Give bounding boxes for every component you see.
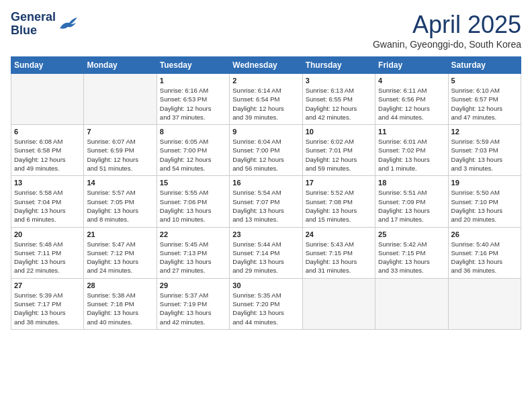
day-number: 25 (378, 230, 445, 238)
day-number: 4 (378, 77, 445, 85)
calendar-cell: 19Sunrise: 5:50 AM Sunset: 7:10 PM Dayli… (448, 176, 521, 227)
day-detail: Sunrise: 5:54 AM Sunset: 7:07 PM Dayligh… (232, 188, 299, 224)
day-number: 21 (87, 230, 153, 238)
calendar-cell: 21Sunrise: 5:47 AM Sunset: 7:12 PM Dayli… (84, 227, 157, 278)
calendar-cell: 13Sunrise: 5:58 AM Sunset: 7:04 PM Dayli… (11, 176, 84, 227)
logo-text: General Blue (11, 11, 56, 38)
day-detail: Sunrise: 6:13 AM Sunset: 6:55 PM Dayligh… (306, 86, 372, 122)
logo-line2: Blue (11, 24, 37, 37)
calendar-cell (448, 278, 521, 329)
weekday-header-sunday: Sunday (11, 57, 84, 74)
calendar-cell: 27Sunrise: 5:39 AM Sunset: 7:17 PM Dayli… (11, 278, 84, 329)
calendar-cell: 28Sunrise: 5:38 AM Sunset: 7:18 PM Dayli… (84, 278, 157, 329)
day-number: 22 (160, 230, 226, 238)
day-detail: Sunrise: 5:38 AM Sunset: 7:18 PM Dayligh… (87, 291, 153, 326)
day-detail: Sunrise: 6:16 AM Sunset: 6:53 PM Dayligh… (160, 86, 226, 122)
day-detail: Sunrise: 5:45 AM Sunset: 7:13 PM Dayligh… (160, 240, 226, 275)
calendar-cell: 29Sunrise: 5:37 AM Sunset: 7:19 PM Dayli… (157, 278, 229, 329)
calendar-cell: 10Sunrise: 6:02 AM Sunset: 7:01 PM Dayli… (302, 125, 375, 176)
day-detail: Sunrise: 5:51 AM Sunset: 7:09 PM Dayligh… (378, 188, 445, 224)
day-number: 18 (378, 179, 445, 187)
day-detail: Sunrise: 5:42 AM Sunset: 7:15 PM Dayligh… (378, 240, 445, 275)
calendar-cell: 24Sunrise: 5:43 AM Sunset: 7:15 PM Dayli… (302, 227, 375, 278)
weekday-row: SundayMondayTuesdayWednesdayThursdayFrid… (11, 57, 521, 74)
calendar-cell: 9Sunrise: 6:04 AM Sunset: 7:00 PM Daylig… (230, 125, 302, 176)
logo: General Blue (11, 11, 77, 38)
day-number: 11 (378, 128, 445, 136)
day-detail: Sunrise: 5:47 AM Sunset: 7:12 PM Dayligh… (87, 240, 153, 275)
calendar-cell: 8Sunrise: 6:05 AM Sunset: 7:00 PM Daylig… (157, 125, 229, 176)
weekday-header-wednesday: Wednesday (230, 57, 302, 74)
weekday-header-friday: Friday (375, 57, 448, 74)
day-detail: Sunrise: 5:40 AM Sunset: 7:16 PM Dayligh… (451, 240, 518, 275)
title-block: April 2025 Gwanin, Gyeonggi-do, South Ko… (373, 11, 521, 50)
page-header: General Blue April 2025 Gwanin, Gyeonggi… (11, 11, 521, 50)
day-number: 19 (451, 179, 518, 187)
day-detail: Sunrise: 5:58 AM Sunset: 7:04 PM Dayligh… (14, 188, 81, 224)
calendar-cell: 3Sunrise: 6:13 AM Sunset: 6:55 PM Daylig… (302, 74, 375, 125)
day-number: 8 (160, 128, 226, 136)
day-detail: Sunrise: 6:05 AM Sunset: 7:00 PM Dayligh… (160, 137, 226, 173)
weekday-header-saturday: Saturday (448, 57, 521, 74)
day-number: 14 (87, 179, 153, 187)
day-detail: Sunrise: 6:07 AM Sunset: 6:59 PM Dayligh… (87, 137, 153, 173)
week-row-4: 20Sunrise: 5:48 AM Sunset: 7:11 PM Dayli… (11, 227, 521, 278)
calendar-cell: 6Sunrise: 6:08 AM Sunset: 6:58 PM Daylig… (11, 125, 84, 176)
day-number: 26 (451, 230, 518, 238)
day-number: 24 (306, 230, 372, 238)
calendar-cell: 7Sunrise: 6:07 AM Sunset: 6:59 PM Daylig… (84, 125, 157, 176)
day-detail: Sunrise: 5:50 AM Sunset: 7:10 PM Dayligh… (451, 188, 518, 224)
calendar-cell (302, 278, 375, 329)
logo-line1: General (11, 10, 56, 24)
week-row-2: 6Sunrise: 6:08 AM Sunset: 6:58 PM Daylig… (11, 125, 521, 176)
day-number: 3 (306, 77, 372, 85)
day-detail: Sunrise: 6:14 AM Sunset: 6:54 PM Dayligh… (232, 86, 299, 122)
day-detail: Sunrise: 6:02 AM Sunset: 7:01 PM Dayligh… (306, 137, 372, 173)
calendar-cell: 12Sunrise: 5:59 AM Sunset: 7:03 PM Dayli… (448, 125, 521, 176)
day-number: 27 (14, 281, 81, 289)
day-detail: Sunrise: 6:04 AM Sunset: 7:00 PM Dayligh… (232, 137, 299, 173)
calendar-cell: 17Sunrise: 5:52 AM Sunset: 7:08 PM Dayli… (302, 176, 375, 227)
calendar-cell: 30Sunrise: 5:35 AM Sunset: 7:20 PM Dayli… (230, 278, 302, 329)
logo-bird-icon (58, 16, 77, 32)
day-detail: Sunrise: 6:10 AM Sunset: 6:57 PM Dayligh… (451, 86, 518, 122)
day-number: 16 (232, 179, 299, 187)
calendar-cell (375, 278, 448, 329)
day-detail: Sunrise: 5:48 AM Sunset: 7:11 PM Dayligh… (14, 240, 81, 275)
calendar-header: SundayMondayTuesdayWednesdayThursdayFrid… (11, 57, 521, 74)
day-number: 23 (232, 230, 299, 238)
day-detail: Sunrise: 5:44 AM Sunset: 7:14 PM Dayligh… (232, 240, 299, 275)
day-number: 28 (87, 281, 153, 289)
day-detail: Sunrise: 5:43 AM Sunset: 7:15 PM Dayligh… (306, 240, 372, 275)
day-detail: Sunrise: 5:57 AM Sunset: 7:05 PM Dayligh… (87, 188, 153, 224)
day-detail: Sunrise: 5:35 AM Sunset: 7:20 PM Dayligh… (232, 291, 299, 326)
calendar-cell: 2Sunrise: 6:14 AM Sunset: 6:54 PM Daylig… (230, 74, 302, 125)
week-row-5: 27Sunrise: 5:39 AM Sunset: 7:17 PM Dayli… (11, 278, 521, 329)
calendar-cell: 1Sunrise: 6:16 AM Sunset: 6:53 PM Daylig… (157, 74, 229, 125)
month-title: April 2025 (373, 11, 521, 39)
calendar-cell (11, 74, 84, 125)
day-number: 29 (160, 281, 226, 289)
week-row-3: 13Sunrise: 5:58 AM Sunset: 7:04 PM Dayli… (11, 176, 521, 227)
day-number: 10 (306, 128, 372, 136)
day-number: 13 (14, 179, 81, 187)
calendar-cell: 26Sunrise: 5:40 AM Sunset: 7:16 PM Dayli… (448, 227, 521, 278)
day-detail: Sunrise: 5:52 AM Sunset: 7:08 PM Dayligh… (306, 188, 372, 224)
calendar-cell: 4Sunrise: 6:11 AM Sunset: 6:56 PM Daylig… (375, 74, 448, 125)
calendar-cell: 23Sunrise: 5:44 AM Sunset: 7:14 PM Dayli… (230, 227, 302, 278)
day-detail: Sunrise: 6:11 AM Sunset: 6:56 PM Dayligh… (378, 86, 445, 122)
calendar-cell: 18Sunrise: 5:51 AM Sunset: 7:09 PM Dayli… (375, 176, 448, 227)
calendar-cell: 20Sunrise: 5:48 AM Sunset: 7:11 PM Dayli… (11, 227, 84, 278)
day-number: 12 (451, 128, 518, 136)
day-number: 30 (232, 281, 299, 289)
weekday-header-thursday: Thursday (302, 57, 375, 74)
day-number: 5 (451, 77, 518, 85)
weekday-header-tuesday: Tuesday (157, 57, 229, 74)
calendar-cell (84, 74, 157, 125)
day-detail: Sunrise: 6:08 AM Sunset: 6:58 PM Dayligh… (14, 137, 81, 173)
calendar-cell: 22Sunrise: 5:45 AM Sunset: 7:13 PM Dayli… (157, 227, 229, 278)
day-detail: Sunrise: 6:01 AM Sunset: 7:02 PM Dayligh… (378, 137, 445, 173)
day-number: 17 (306, 179, 372, 187)
day-number: 1 (160, 77, 226, 85)
calendar-body: 1Sunrise: 6:16 AM Sunset: 6:53 PM Daylig… (11, 74, 521, 330)
